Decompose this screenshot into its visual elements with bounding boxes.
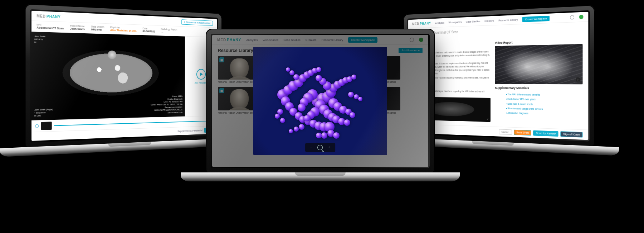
- nav-resource-library[interactable]: Resource Library: [498, 18, 518, 22]
- bell-icon[interactable]: [570, 15, 574, 20]
- meta-radiology: Radiology Report—: [161, 28, 177, 34]
- meta-dob: Date of Birth04/14/78: [91, 25, 104, 31]
- magnify-icon: [318, 145, 323, 150]
- play-icon[interactable]: ▶: [576, 77, 581, 82]
- save-draft-button[interactable]: Save Draft: [514, 130, 531, 136]
- play-icon[interactable]: [196, 69, 206, 80]
- cancel-button[interactable]: Cancel: [499, 129, 512, 135]
- xray-preview[interactable]: ▶: [495, 44, 582, 85]
- dicom-overlay-right: Zoom: 134% Quality: Diagnostic Level: 40…: [151, 95, 182, 115]
- microbe-render: [253, 47, 387, 155]
- nav-workspaces[interactable]: Workspaces: [449, 20, 462, 24]
- nav-analytics[interactable]: Analytics: [435, 21, 444, 24]
- record-icon[interactable]: [35, 124, 39, 128]
- send-review-button[interactable]: Send for Review: [533, 130, 558, 137]
- supplementary-heading: Supplementary Materials: [495, 86, 582, 90]
- video-report-column: Video Report ▶ Supplementary Materials T…: [495, 37, 582, 128]
- video-report-heading: Video Report: [495, 39, 582, 44]
- add-to-workspace-button[interactable]: + Resource in Workspace: [181, 19, 213, 26]
- resource-preview-overlay[interactable]: − +: [212, 35, 428, 167]
- supplementary-list: The MRI difference and benefits Evolutio…: [495, 92, 582, 117]
- dicom-overlay-tl: John Smith 04/14/78 M: [34, 35, 45, 44]
- center-screen: MEDPHANY Analytics Workspaces Case Studi…: [212, 35, 428, 167]
- meta-mri: MRIAbdominal CT Scan: [36, 23, 64, 30]
- nav-case-studies[interactable]: Case Studies: [466, 20, 480, 23]
- zoom-in-button[interactable]: +: [328, 145, 330, 150]
- sign-off-button[interactable]: Sign off Case: [560, 131, 582, 137]
- meta-patient: Patient NameJohn Smith: [70, 24, 85, 31]
- zoom-controls: − +: [305, 143, 335, 152]
- resource-preview-modal: − +: [253, 47, 387, 155]
- dicom-viewport[interactable]: Zoom: 134% Quality: Diagnostic Level: 40…: [31, 32, 185, 120]
- supplementary-link[interactable]: Supplementary Material: [177, 129, 203, 133]
- scrubber[interactable]: [54, 121, 214, 126]
- dicom-overlay-bl: John Smith (Angle) • Sequence R: 286: [34, 108, 53, 117]
- logo: MEDPHANY: [412, 21, 431, 25]
- left-screen: MEDPHANY + Resource in Workspace MRIAbdo…: [31, 11, 217, 141]
- create-workspace-button[interactable]: Create Workspace: [522, 15, 550, 22]
- meta-physician: PhysicianAlan Thatcher, D.M.D.: [110, 26, 137, 32]
- logo: MEDPHANY: [36, 14, 60, 19]
- avatar[interactable]: [579, 15, 584, 19]
- meta-date: Date01/30/2020: [143, 27, 155, 33]
- nav-creators[interactable]: Creators: [484, 19, 494, 23]
- thumb-1[interactable]: [41, 122, 52, 130]
- ct-slice-image: [57, 41, 164, 105]
- laptop-center-library: MEDPHANY Analytics Workspaces Case Studi…: [206, 29, 460, 181]
- zoom-out-button[interactable]: −: [310, 145, 312, 150]
